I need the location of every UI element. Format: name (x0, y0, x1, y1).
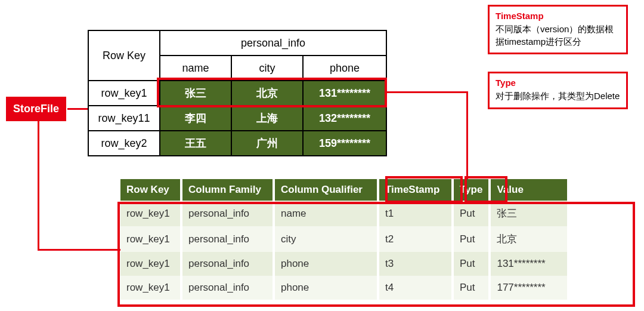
col-header-name: name (160, 56, 231, 81)
table-row: row_key2 王五 广州 159******** (88, 131, 386, 156)
cell-city: 上海 (231, 106, 303, 131)
cell-name: 张三 (160, 81, 231, 106)
cell-ts: t2 (378, 226, 453, 252)
connector-line (38, 118, 39, 251)
cell-value: 177******** (490, 276, 567, 300)
cell-rowkey: row_key1 (120, 276, 181, 300)
storefile-label: StoreFile (13, 103, 59, 115)
cell-cf: personal_info (181, 226, 274, 252)
cell-value: 131******** (490, 252, 567, 276)
callout-title: TimeStamp (496, 10, 620, 22)
cell-cf: personal_info (181, 252, 274, 276)
header-rowkey: Row Key (120, 179, 181, 201)
cell-cq: phone (274, 252, 378, 276)
cell-rowkey: row_key1 (120, 226, 181, 252)
cell-cf: personal_info (181, 276, 274, 300)
connector-line (38, 249, 120, 251)
cell-city: 北京 (231, 81, 303, 106)
callout-title: Type (496, 77, 620, 89)
cell-rowkey: row_key11 (88, 106, 160, 131)
storefile-detail-table: Row Key Column Family Column Qualifier T… (120, 179, 567, 300)
cell-rowkey: row_key1 (88, 81, 160, 106)
cell-value: 张三 (490, 201, 567, 226)
cell-phone: 159******** (303, 131, 386, 156)
cell-ts: t1 (378, 201, 453, 226)
cell-type: Put (453, 226, 490, 252)
cell-type: Put (453, 276, 490, 300)
table-row: row_key11 李四 上海 132******** (88, 106, 386, 131)
cell-name: 李四 (160, 106, 231, 131)
cell-value: 北京 (490, 226, 567, 252)
cell-rowkey: row_key1 (120, 252, 181, 276)
column-family-header: personal_info (160, 30, 386, 56)
cell-type: Put (453, 252, 490, 276)
cell-cq: phone (274, 276, 378, 300)
callout-body: 不同版本（version）的数据根据timestamp进行区分 (496, 23, 620, 48)
table-row: row_key1 张三 北京 131******** (88, 81, 386, 106)
header-value: Value (490, 179, 567, 201)
logical-table: Row Key personal_info name city phone ro… (88, 30, 387, 156)
cell-phone: 132******** (303, 106, 386, 131)
cell-type: Put (453, 201, 490, 226)
callout-type: Type 对于删除操作，其类型为Delete (488, 72, 628, 109)
table-row: row_key1 personal_info phone t4 Put 177*… (120, 276, 567, 300)
callout-body: 对于删除操作，其类型为Delete (496, 90, 620, 102)
header-timestamp: TimeStamp (378, 179, 453, 201)
cell-city: 广州 (231, 131, 303, 156)
table-row: row_key1 personal_info phone t3 Put 131*… (120, 252, 567, 276)
cell-rowkey: row_key2 (88, 131, 160, 156)
cell-rowkey: row_key1 (120, 201, 181, 226)
connector-line (387, 91, 467, 93)
storefile-badge: StoreFile (6, 97, 66, 121)
header-type: Type (453, 179, 490, 201)
table-row: row_key1 personal_info name t1 Put 张三 (120, 201, 567, 226)
cell-cq: city (274, 226, 378, 252)
table-row: row_key1 personal_info city t2 Put 北京 (120, 226, 567, 252)
header-column-qualifier: Column Qualifier (274, 179, 378, 201)
connector-line (67, 108, 88, 110)
callout-timestamp: TimeStamp 不同版本（version）的数据根据timestamp进行区… (488, 5, 628, 54)
cell-name: 王五 (160, 131, 231, 156)
cell-phone: 131******** (303, 81, 386, 106)
cell-cq: name (274, 201, 378, 226)
connector-line (466, 91, 468, 179)
cell-cf: personal_info (181, 201, 274, 226)
col-header-city: city (231, 56, 303, 81)
cell-ts: t4 (378, 276, 453, 300)
rowkey-header: Row Key (88, 30, 160, 81)
cell-ts: t3 (378, 252, 453, 276)
header-column-family: Column Family (181, 179, 274, 201)
col-header-phone: phone (303, 56, 386, 81)
